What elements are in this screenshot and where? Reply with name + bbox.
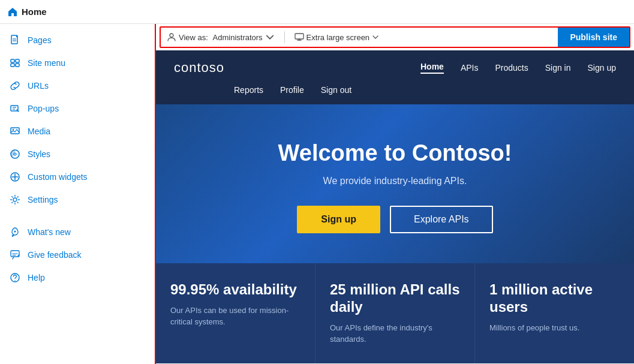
stat-item-availability: 99.95% availability Our APIs can be used… [156,263,316,363]
nav-link-profile[interactable]: Profile [280,85,304,95]
sidebar-item-urls-label: URLs [28,81,49,91]
hero-buttons: Sign up Explore APIs [174,206,616,233]
widget-icon [10,172,20,182]
preview-primary-nav: Home APIs Products Sign in Sign up [420,62,616,74]
sidebar-item-site-menu[interactable]: Site menu [0,52,155,74]
sidebar-item-settings-label: Settings [28,195,58,204]
svg-point-19 [14,280,16,281]
sidebar-item-popups[interactable]: Pop-ups [0,97,155,120]
sidebar-item-give-feedback-label: Give feedback [28,250,82,260]
sidebar-item-settings[interactable]: Settings [0,188,155,211]
media-icon [10,126,20,137]
sidebar-item-media[interactable]: Media [0,120,155,143]
nav-link-signout[interactable]: Sign out [321,85,351,95]
app-title: Home [22,7,47,17]
main-layout: Pages Site menu URLs [0,24,634,364]
stat-availability-desc: Our APIs can be used for mission-critica… [170,305,301,328]
sidebar-item-give-feedback[interactable]: Give feedback [0,243,155,266]
preview-logo: contoso [174,60,224,76]
svg-point-16 [14,231,16,233]
feedback-icon [10,249,20,260]
preview-secondary-nav: Reports Profile Sign out [174,80,616,104]
hero-subtitle: We provide industry-leading APIs. [174,176,616,186]
stat-api-calls-desc: Our APIs define the industry's standards… [330,322,460,345]
preview-nav: contoso Home APIs Products Sign in Sign … [156,50,634,104]
svg-rect-21 [295,34,304,39]
nav-link-signin[interactable]: Sign in [545,63,571,73]
hero-signup-button[interactable]: Sign up [297,206,380,233]
nav-link-signup[interactable]: Sign up [588,63,616,73]
stat-item-api-calls: 25 million API calls daily Our APIs defi… [316,263,475,363]
home-icon [7,7,18,17]
sidebar-item-media-label: Media [28,127,50,136]
settings-icon [10,194,20,205]
nav-link-products[interactable]: Products [495,63,528,73]
stat-item-active-users: 1 million active users Millions of peopl… [475,263,634,363]
styles-icon [10,149,20,160]
screen-size-text: Extra large screen [307,33,370,42]
nav-link-reports[interactable]: Reports [234,85,263,95]
nav-link-home[interactable]: Home [420,62,444,74]
svg-rect-4 [16,59,19,62]
sidebar-item-styles-label: Styles [28,149,50,159]
page-icon [10,35,20,46]
popup-icon [10,103,20,114]
nav-link-apis[interactable]: APIs [461,63,479,73]
sidebar-item-pages-label: Pages [28,35,52,45]
sidebar-item-custom-widgets-label: Custom widgets [28,172,88,182]
toolbar: View as: Administrators Extra large scre… [160,26,630,48]
sidebar-item-site-menu-label: Site menu [28,58,65,68]
sidebar: Pages Site menu URLs [0,24,156,364]
help-icon [10,272,20,283]
svg-rect-6 [16,64,19,67]
monitor-icon [295,32,304,42]
svg-rect-3 [11,59,14,62]
svg-rect-5 [11,64,14,67]
toolbar-separator [284,31,285,43]
sidebar-item-whats-new[interactable]: What's new [0,221,155,243]
app-logo: Home [7,7,47,17]
stat-active-users-title: 1 million active users [489,281,620,316]
hero-title: Welcome to Contoso! [174,140,616,166]
sidebar-item-whats-new-label: What's new [28,227,71,237]
svg-point-11 [13,129,14,130]
content-area: View as: Administrators Extra large scre… [156,24,634,364]
chevron-down-icon [265,32,275,42]
view-as-text: View as: Administrators [179,33,263,42]
preview-nav-top: contoso Home APIs Products Sign in Sign … [174,50,616,80]
rocket-icon [10,227,20,237]
preview-area: contoso Home APIs Products Sign in Sign … [156,50,634,364]
link-icon [10,80,20,91]
menu-icon [10,58,20,68]
preview-hero: Welcome to Contoso! We provide industry-… [156,104,634,263]
svg-point-15 [13,198,17,201]
sidebar-item-custom-widgets[interactable]: Custom widgets [0,166,155,188]
svg-point-20 [170,34,173,37]
sidebar-divider [0,211,155,221]
sidebar-item-pages[interactable]: Pages [0,29,155,52]
sidebar-item-help[interactable]: Help [0,266,155,289]
preview-stats: 99.95% availability Our APIs can be used… [156,263,634,363]
sidebar-item-popups-label: Pop-ups [28,104,59,113]
stat-api-calls-title: 25 million API calls daily [330,281,460,316]
toolbar-inner: View as: Administrators Extra large scre… [161,31,558,43]
stat-availability-title: 99.95% availability [170,281,301,299]
sidebar-item-help-label: Help [28,273,45,282]
top-bar: Home [0,0,634,24]
sidebar-item-urls[interactable]: URLs [0,74,155,97]
view-as-selector[interactable]: View as: Administrators [167,32,275,42]
chevron-down-icon-2 [372,34,379,41]
sidebar-item-styles[interactable]: Styles [0,143,155,166]
screen-size-selector[interactable]: Extra large screen [295,32,380,42]
hero-explore-button[interactable]: Explore APIs [390,206,493,233]
publish-button[interactable]: Publish site [558,26,629,48]
person-icon [167,32,176,42]
stat-active-users-desc: Millions of people trust us. [489,322,620,334]
